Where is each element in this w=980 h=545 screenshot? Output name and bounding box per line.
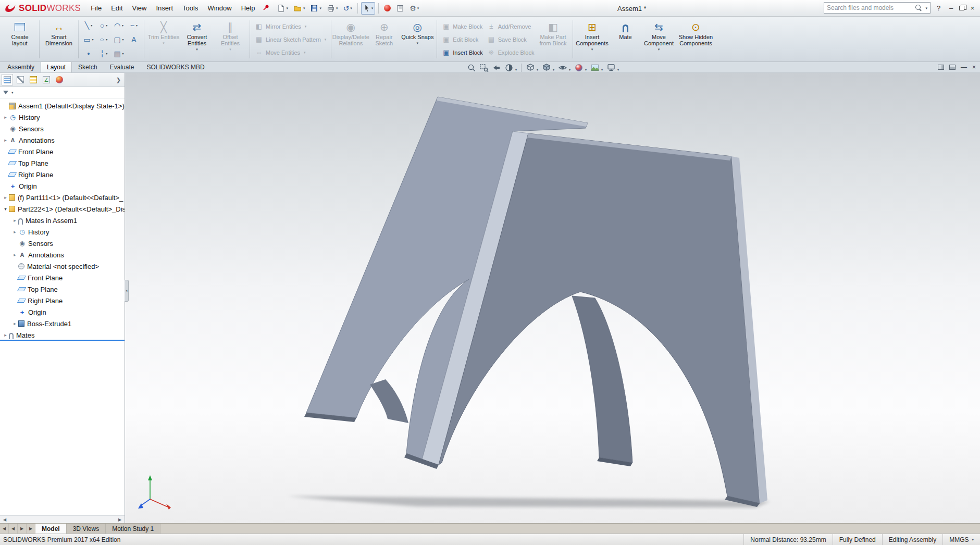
tree-item[interactable]: Assem1 (Default<Display State-1>) bbox=[0, 100, 125, 112]
tree-item[interactable]: ▸(f) Part111<1> (Default<<Default>_ bbox=[0, 192, 125, 203]
expander-icon[interactable]: ▸ bbox=[2, 195, 9, 200]
menu-window[interactable]: Window bbox=[203, 1, 236, 15]
displaymanager-tab[interactable] bbox=[54, 74, 65, 85]
tree-item[interactable]: Top Plane bbox=[0, 157, 125, 169]
centerline-tool-button[interactable]: ╎▾ bbox=[96, 47, 111, 60]
repair-sketch-button[interactable]: ⊕ Repair Sketch bbox=[367, 18, 401, 60]
tab-solidworks-mbd[interactable]: SOLIDWORKS MBD bbox=[140, 61, 210, 72]
make-block-button[interactable]: ▣Make Block bbox=[440, 21, 485, 32]
scroll-left-icon[interactable]: ◀ bbox=[1, 517, 8, 522]
tree-item[interactable]: +Origin bbox=[0, 180, 125, 192]
tree-item[interactable]: ▸AAnnotations bbox=[0, 249, 125, 261]
model-3d-view[interactable] bbox=[125, 73, 980, 523]
tab-assembly[interactable]: Assembly bbox=[1, 61, 41, 72]
expander-icon[interactable]: ▸ bbox=[2, 333, 9, 338]
tab-sketch[interactable]: Sketch bbox=[72, 61, 104, 72]
minimize-button[interactable]: – bbox=[947, 4, 956, 12]
arc-tool-button[interactable]: ◠▾ bbox=[111, 19, 126, 32]
apply-scene-icon[interactable] bbox=[589, 63, 600, 73]
tree-item[interactable]: Right Plane bbox=[0, 169, 125, 180]
new-document-button[interactable]: ▾ bbox=[275, 2, 290, 15]
smart-dimension-button[interactable]: ↔ Smart Dimension bbox=[42, 18, 76, 60]
mirror-entities-button[interactable]: ◧Mirror Entities▾ bbox=[253, 21, 328, 32]
tree-item[interactable]: Material <not specified> bbox=[0, 261, 125, 272]
tree-item[interactable]: ◉Sensors bbox=[0, 123, 125, 134]
tree-item[interactable]: ▾Part222<1> (Default<<Default>_Dis bbox=[0, 203, 125, 215]
text-tool-button[interactable]: A bbox=[127, 33, 141, 46]
caret-icon[interactable]: ▾ bbox=[601, 68, 603, 71]
linear-sketch-pattern-button[interactable]: ▦Linear Sketch Pattern▾ bbox=[253, 34, 328, 45]
tab-evaluate[interactable]: Evaluate bbox=[104, 61, 141, 72]
caret-icon[interactable]: ▾ bbox=[569, 68, 570, 71]
tree-item[interactable]: ▸Boss-Extrude1 bbox=[0, 318, 125, 329]
caret-icon[interactable]: ▾ bbox=[585, 68, 587, 71]
close-document-icon[interactable]: × bbox=[972, 64, 976, 70]
move-component-button[interactable]: ⇆ Move Component ▾ bbox=[642, 18, 676, 60]
expander-icon[interactable]: ▸ bbox=[11, 230, 18, 234]
expander-icon[interactable]: ▾ bbox=[2, 207, 9, 212]
rectangle-tool-button[interactable]: ▭▾ bbox=[81, 33, 96, 46]
section-view-icon[interactable] bbox=[503, 63, 514, 73]
minimize-document-icon[interactable]: — bbox=[961, 64, 967, 70]
line-tool-button[interactable]: ╲▾ bbox=[81, 19, 96, 32]
spline-tool-button[interactable]: ~▾ bbox=[127, 19, 141, 32]
help-button[interactable]: ? bbox=[934, 4, 943, 12]
tab-model[interactable]: Model bbox=[35, 524, 67, 534]
pin-menu-icon[interactable] bbox=[263, 4, 269, 13]
caret-icon[interactable]: ▾ bbox=[537, 68, 538, 71]
expander-icon[interactable]: ▸ bbox=[2, 115, 9, 120]
create-layout-button[interactable]: Create layout bbox=[3, 18, 36, 60]
menu-edit[interactable]: Edit bbox=[106, 1, 127, 15]
scroll-right-icon[interactable]: ▶ bbox=[116, 517, 123, 522]
filter-funnel-icon[interactable] bbox=[3, 91, 8, 94]
menu-view[interactable]: View bbox=[128, 1, 152, 15]
scroll-first-tab-icon[interactable]: ◀ bbox=[0, 524, 9, 534]
tree-item[interactable]: Right Plane bbox=[0, 295, 125, 306]
tree-item[interactable]: +Origin bbox=[0, 306, 125, 318]
open-button[interactable]: ▾ bbox=[291, 2, 307, 15]
menu-file[interactable]: File bbox=[86, 1, 106, 15]
move-entities-button[interactable]: ⇔Move Entities▾ bbox=[253, 47, 328, 58]
tree-item-selected[interactable]: ▸Mates bbox=[0, 329, 125, 341]
trim-entities-button[interactable]: ╳ Trim Entities ▾ bbox=[147, 18, 180, 60]
add-remove-button[interactable]: ±Add/Remove bbox=[485, 21, 537, 32]
save-button[interactable]: ▾ bbox=[308, 2, 324, 15]
caret-icon[interactable]: ▾ bbox=[11, 91, 14, 94]
caret-icon[interactable]: ▾ bbox=[925, 6, 927, 10]
3d-experience-button[interactable] bbox=[382, 2, 393, 15]
point-tool-button[interactable]: • bbox=[81, 47, 96, 60]
pane-split-vertical-icon[interactable] bbox=[938, 65, 944, 70]
search-input[interactable] bbox=[827, 4, 913, 11]
insert-components-button[interactable]: ⊞ Insert Components ▾ bbox=[576, 18, 609, 60]
panel-tabs-overflow-icon[interactable]: ❯ bbox=[116, 77, 123, 83]
restore-window-icon[interactable] bbox=[959, 6, 964, 10]
previous-view-icon[interactable] bbox=[491, 63, 502, 73]
panel-splitter-handle[interactable]: ◂ bbox=[125, 280, 129, 302]
undo-button[interactable]: ↺ ▾ bbox=[341, 2, 354, 15]
edit-appearance-icon[interactable] bbox=[573, 63, 584, 73]
tab-motion-study-1[interactable]: Motion Study 1 bbox=[106, 524, 160, 534]
graphics-viewport[interactable] bbox=[125, 73, 980, 523]
units-selector[interactable]: MMGS▾ bbox=[942, 534, 980, 545]
ellipse-tool-button[interactable]: ○▾ bbox=[96, 33, 111, 46]
make-part-from-block-button[interactable]: ◧ Make Part from Block bbox=[537, 18, 570, 60]
dimxpertmanager-tab[interactable]: ∠ bbox=[41, 74, 52, 85]
search-box[interactable]: ▾ bbox=[824, 2, 931, 14]
expander-icon[interactable]: ▸ bbox=[11, 321, 18, 326]
view-orientation-icon[interactable] bbox=[525, 63, 536, 73]
caret-icon[interactable]: ▾ bbox=[553, 68, 554, 71]
display-delete-relations-button[interactable]: ◉ Display/Delete Relations bbox=[334, 18, 367, 60]
view-settings-icon[interactable] bbox=[605, 63, 616, 73]
panel-horizontal-scrollbar[interactable]: ◀ ▶ bbox=[0, 515, 125, 523]
tab-layout[interactable]: Layout bbox=[41, 61, 72, 72]
left-plate-back-leg[interactable] bbox=[572, 296, 632, 463]
menu-tools[interactable]: Tools bbox=[178, 1, 203, 15]
tree-item[interactable]: Front Plane bbox=[0, 146, 125, 157]
offset-entities-button[interactable]: ∥ Offset Entities ▾ bbox=[214, 18, 247, 60]
pane-split-horizontal-icon[interactable] bbox=[949, 65, 956, 70]
menu-help[interactable]: Help bbox=[237, 1, 260, 15]
tree-item[interactable]: ◉Sensors bbox=[0, 238, 125, 249]
edit-block-button[interactable]: ▣Edit Block bbox=[440, 34, 485, 45]
options-button[interactable]: ⚙ ▾ bbox=[407, 2, 421, 15]
print-button[interactable]: ▾ bbox=[325, 2, 340, 15]
